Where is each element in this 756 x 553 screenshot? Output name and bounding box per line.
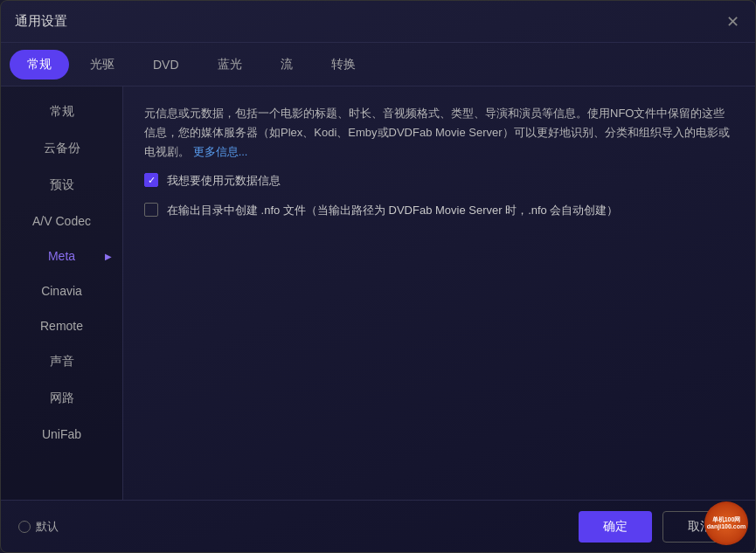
content-area: 元信息或元数据，包括一个电影的标题、时长、音视频格式、类型、导演和演员等信息。使… (123, 86, 755, 500)
sidebar-item-network[interactable]: 网路 (1, 380, 122, 417)
checkbox-row-1: 我想要使用元数据信息 (144, 172, 734, 190)
sidebar-item-av-codec[interactable]: A/V Codec (1, 204, 122, 238)
tab-dvd[interactable]: DVD (135, 51, 197, 79)
window-title: 通用设置 (15, 13, 67, 30)
sidebar-item-presets[interactable]: 预设 (1, 167, 122, 204)
sidebar-item-audio[interactable]: 声音 (1, 343, 122, 380)
default-button[interactable]: 默认 (18, 519, 59, 535)
confirm-button[interactable]: 确定 (579, 511, 652, 543)
tab-general[interactable]: 常规 (10, 50, 69, 79)
title-bar: 通用设置 ✕ (1, 1, 755, 43)
tab-optical[interactable]: 光驱 (73, 50, 132, 79)
main-content: 常规 云备份 预设 A/V Codec Meta ▶ Cinavia Remot… (1, 86, 755, 500)
close-button[interactable]: ✕ (724, 13, 741, 31)
sidebar-item-cloud-backup[interactable]: 云备份 (1, 130, 122, 167)
default-label: 默认 (36, 519, 59, 535)
sidebar-item-cinavia[interactable]: Cinavia (1, 273, 122, 308)
tab-bluray[interactable]: 蓝光 (200, 50, 260, 79)
checkbox-row-2: 在输出目录中创建 .nfo 文件（当输出路径为 DVDFab Movie Ser… (144, 202, 734, 219)
sidebar-item-meta[interactable]: Meta ▶ (1, 238, 122, 273)
main-window: 通用设置 ✕ 常规 光驱 DVD 蓝光 流 转换 常规 云备份 预设 A/V C… (0, 0, 756, 553)
checkbox-create-nfo[interactable] (144, 203, 158, 217)
checkbox-create-nfo-label: 在输出目录中创建 .nfo 文件（当输出路径为 DVDFab Movie Ser… (167, 202, 618, 219)
checkbox-use-metadata-label: 我想要使用元数据信息 (167, 172, 281, 190)
watermark: 单机100网 danji100.com (704, 501, 748, 545)
sidebar: 常规 云备份 预设 A/V Codec Meta ▶ Cinavia Remot… (1, 86, 123, 500)
tab-stream[interactable]: 流 (263, 50, 310, 79)
sidebar-item-unifab[interactable]: UniFab (1, 417, 122, 452)
sidebar-item-remote[interactable]: Remote (1, 308, 122, 343)
footer: 默认 确定 取消 (1, 500, 755, 552)
info-paragraph: 元信息或元数据，包括一个电影的标题、时长、音视频格式、类型、导演和演员等信息。使… (144, 104, 734, 162)
more-info-link[interactable]: 更多信息... (193, 145, 248, 158)
default-radio-icon (18, 521, 31, 533)
tab-convert[interactable]: 转换 (314, 50, 373, 79)
tab-bar: 常规 光驱 DVD 蓝光 流 转换 (1, 43, 755, 86)
checkbox-use-metadata[interactable] (144, 173, 158, 187)
meta-arrow-icon: ▶ (105, 252, 112, 261)
sidebar-item-general[interactable]: 常规 (1, 93, 122, 130)
